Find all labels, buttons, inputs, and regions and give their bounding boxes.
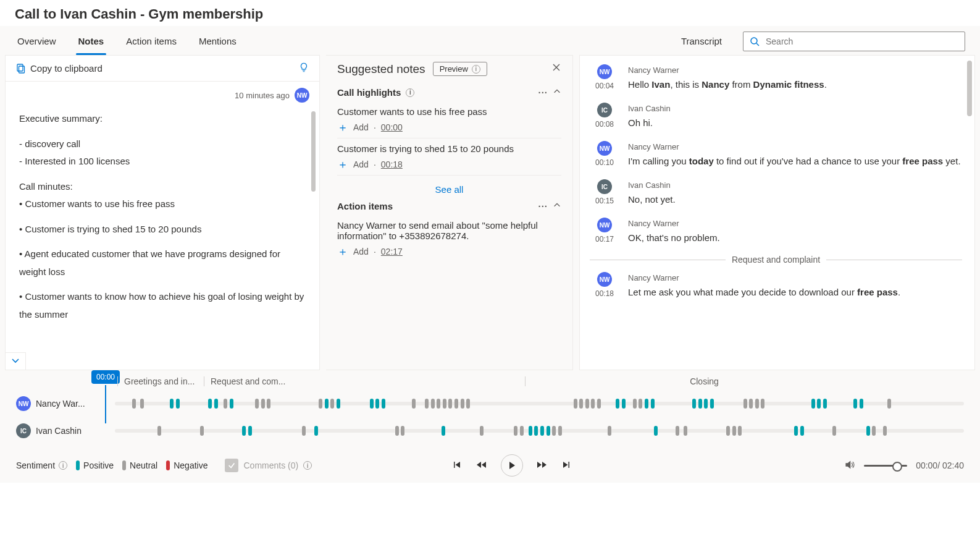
volume-icon[interactable] [844,459,855,472]
tab-action-items[interactable]: Action items [124,27,179,55]
sentiment-tick [800,426,804,436]
speaker-name: Ivan Cashin [628,179,962,192]
transcript-row[interactable]: NW00:18Nancy WarnerLet me ask you what m… [590,268,962,307]
sentiment-tick [140,399,144,409]
sentiment-tick [337,399,340,409]
sentiment-tick [448,399,452,409]
transcript-row[interactable]: NW00:10Nancy WarnerI'm calling you today… [590,137,962,176]
sentiment-tick [579,399,583,409]
svg-marker-11 [537,462,542,468]
sentiment-tick [302,426,306,436]
transcript-text: Hello Ivan, this is Nancy from Dynamic f… [628,78,962,92]
track-bar[interactable] [115,402,964,405]
sentiment-tick [208,399,212,409]
transcript-row[interactable]: NW00:17Nancy WarnerOK, that's no problem… [590,214,962,252]
copy-to-clipboard-button[interactable]: Copy to clipboard [15,63,103,74]
plus-icon[interactable]: ＋ [337,159,348,170]
svg-rect-6 [454,462,455,468]
chevron-up-icon[interactable] [553,201,561,211]
sentiment-tick [255,399,259,409]
notes-body: Executive summary: - discovery call - In… [6,105,319,370]
see-all-button[interactable]: See all [337,176,561,197]
sentiment-tick [529,426,532,436]
scrollbar[interactable] [967,61,972,116]
sentiment-tick [832,426,836,436]
transcript-panel: NW00:04Nancy WarnerHello Ivan, this is N… [579,55,975,370]
speaker-name: Nancy Warner [628,218,962,230]
timestamp-link[interactable]: 02:17 [381,247,403,257]
highlight-item: Customer wants to use his free pass ＋ Ad… [337,101,561,138]
sentiment-tick [248,426,252,436]
avatar: NW [597,141,612,156]
volume-slider[interactable] [864,465,907,467]
tab-notes[interactable]: Notes [76,27,107,55]
search-input[interactable] [764,36,958,47]
expand-notes-button[interactable] [6,352,26,370]
info-icon[interactable]: i [406,88,414,97]
sentiment-tick [412,399,416,409]
close-icon[interactable] [551,62,561,75]
transcript-text: No, not yet. [628,193,962,207]
timestamp-link[interactable]: 00:00 [381,122,403,132]
copy-label: Copy to clipboard [30,63,103,74]
transcript-button[interactable]: Transcript [675,31,728,51]
sentiment-tick [608,426,611,436]
more-icon[interactable]: ··· [538,201,548,211]
forward-button[interactable] [537,460,548,472]
sentiment-tick [480,426,484,436]
sentiment-tick [552,426,556,436]
tabs: Overview Notes Action items Mentions [15,27,239,55]
svg-point-0 [751,38,757,44]
add-highlight-button[interactable]: Add [353,122,369,132]
avatar: IC [597,179,612,194]
transcript-row[interactable]: IC00:08Ivan CashinOh hi. [590,99,962,137]
scrollbar[interactable] [311,111,316,192]
tab-overview[interactable]: Overview [15,27,59,55]
lightbulb-icon[interactable] [298,62,309,75]
more-icon[interactable]: ··· [538,87,548,98]
sentiment-tick [454,399,458,409]
speaker-name: Nancy Warner [628,272,962,284]
skip-to-end-button[interactable] [561,460,571,472]
svg-marker-15 [846,461,850,468]
sentiment-tick [540,426,544,436]
skip-to-start-button[interactable] [453,460,463,472]
check-icon [225,459,238,472]
topic-segment[interactable]: Closing [525,376,877,386]
svg-marker-13 [563,462,568,468]
play-button[interactable] [501,454,523,477]
track-bar[interactable] [115,429,964,433]
topic-segment[interactable]: Request and com... [204,376,525,386]
topic-segment[interactable]: Greetings and in... [117,376,204,386]
topic-segments: Greetings and in...Request and com...Clo… [16,373,964,390]
transcript-row[interactable]: IC00:15Ivan CashinNo, not yet. [590,176,962,214]
suggested-notes-panel: Suggested notes Preview i Call highlight… [326,55,573,370]
info-icon[interactable]: i [59,461,67,470]
preview-pill[interactable]: Preview i [433,62,487,76]
svg-marker-9 [482,462,486,468]
timestamp-link[interactable]: 00:18 [381,159,403,169]
transcript-time: 00:18 [595,289,614,298]
sentiment-tick [200,426,204,436]
tab-mentions[interactable]: Mentions [196,27,239,55]
plus-icon[interactable]: ＋ [337,246,348,257]
add-highlight-button[interactable]: Add [353,159,369,169]
track-name: Nancy War... [36,399,85,409]
sentiment-tick [794,426,798,436]
suggested-title: Suggested notes [337,62,425,76]
avatar: NW [597,218,612,232]
plus-icon[interactable]: ＋ [337,122,348,133]
rewind-button[interactable] [476,460,487,472]
sentiment-tick [242,426,246,436]
transcript-row[interactable]: NW00:04Nancy WarnerHello Ivan, this is N… [590,61,962,99]
speaker-name: Nancy Warner [628,64,962,77]
comments-button[interactable]: Comments (0) i [225,459,312,472]
sentiment-tick [170,399,174,409]
avatar: NW [295,88,309,103]
sentiment-tick [585,399,589,409]
search-box[interactable] [743,32,965,51]
sentiment-tick [520,426,524,436]
sentiment-tick [732,426,736,436]
add-action-item-button[interactable]: Add [353,247,369,257]
chevron-up-icon[interactable] [553,87,561,98]
